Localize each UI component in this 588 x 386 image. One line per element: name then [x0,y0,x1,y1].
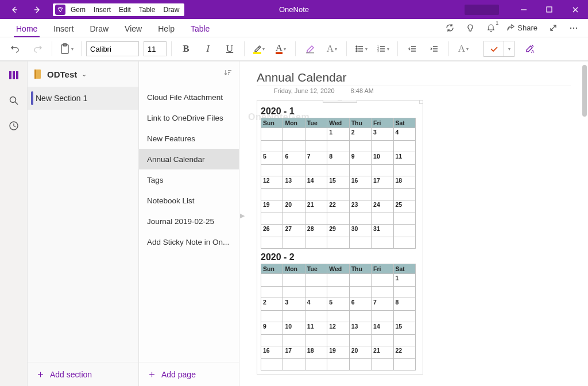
calendar-cell[interactable]: 25 [393,200,415,213]
window-close-button[interactable] [562,0,588,19]
calendar-cell[interactable]: 30 [349,225,371,237]
calendar-cell[interactable]: 24 [372,200,393,213]
calendar-cell[interactable]: 7 [305,152,327,165]
calendar-cell[interactable]: 2 [349,128,371,141]
calendar-cell[interactable]: 4 [393,128,415,141]
calendar-cell-body[interactable] [261,141,283,152]
calendar-cell-body[interactable] [305,213,327,225]
calendar-cell-body[interactable] [372,189,393,200]
calendar-cell-body[interactable] [393,165,415,176]
calendar-cell[interactable]: 14 [305,176,327,189]
calendar-cell[interactable]: 31 [372,225,393,237]
calendar-cell[interactable]: 13 [349,322,371,335]
tab-draw[interactable]: Draw [82,21,117,37]
italic-button[interactable]: I [198,40,218,58]
calendar-cell-body[interactable] [349,165,371,176]
calendar-cell-body[interactable] [261,189,283,200]
user-chip[interactable] [465,5,499,15]
calendar-cell[interactable] [349,274,371,287]
search-icon[interactable] [2,90,25,111]
fullscreen-icon[interactable] [544,20,562,37]
calendar-cell-body[interactable] [349,237,371,249]
gem-menu-edit[interactable]: Edit [115,6,135,14]
calendar-cell-body[interactable] [349,213,371,225]
calendar-cell[interactable]: 8 [393,298,415,311]
calendar-cell-body[interactable] [349,189,371,200]
tab-table[interactable]: Table [183,21,218,37]
font-size-input[interactable] [144,41,167,56]
outdent-button[interactable] [403,40,422,58]
notebooks-icon[interactable] [2,65,25,86]
highlight-button[interactable] [249,40,269,58]
text-effects-button[interactable]: A [322,40,342,58]
calendar-cell-body[interactable] [372,335,393,346]
sort-pages-icon[interactable] [224,68,232,79]
calendar-cell[interactable]: 6 [283,152,305,165]
page-item[interactable]: Notebook List [139,190,239,211]
indent-button[interactable] [424,40,444,58]
tag-dropdown[interactable]: ▾ [504,41,514,57]
calendar-cell-body[interactable] [349,287,371,298]
underline-button[interactable]: U [220,40,239,58]
calendar-cell[interactable]: 12 [327,322,349,335]
bold-button[interactable]: B [176,40,196,58]
calendar-cell[interactable]: 19 [261,200,283,213]
undo-button[interactable] [6,40,25,58]
calendar-cell[interactable] [261,274,283,287]
calendar-cell[interactable]: 20 [349,346,371,359]
calendar-cell-body[interactable] [327,165,349,176]
add-page-button[interactable]: ＋ Add page [139,362,239,386]
calendar-cell[interactable]: 16 [261,346,283,359]
calendar-cell-body[interactable] [327,237,349,249]
calendar-cell[interactable]: 28 [305,225,327,237]
expand-handle-icon[interactable]: ▶ [240,212,245,219]
calendar-cell[interactable]: 4 [305,298,327,311]
calendar-cell[interactable]: 1 [327,128,349,141]
calendar-cell[interactable] [283,274,305,287]
tab-insert[interactable]: Insert [45,21,82,37]
tab-home[interactable]: Home [8,21,45,37]
calendar-cell-body[interactable] [261,311,283,322]
calendar-cell[interactable]: 9 [261,322,283,335]
section-item[interactable]: New Section 1 [28,87,138,110]
calendar-cell-body[interactable] [305,359,327,370]
lightbulb-icon[interactable] [462,20,479,37]
calendar-cell[interactable] [261,128,283,141]
page-item[interactable]: Tags [139,169,239,190]
numbering-button[interactable]: 123 [373,40,393,58]
calendar-cell[interactable]: 11 [305,322,327,335]
page-item[interactable]: Annual Calendar [139,149,239,169]
calendar-cell-body[interactable] [261,287,283,298]
calendar-cell-body[interactable] [327,189,349,200]
page-item[interactable]: Link to OneDrive Files [139,107,239,128]
calendar-cell-body[interactable] [372,237,393,249]
calendar-cell-body[interactable] [327,311,349,322]
calendar-cell-body[interactable] [305,141,327,152]
calendar-cell-body[interactable] [372,287,393,298]
calendar-cell[interactable] [305,274,327,287]
calendar-cell[interactable]: 2 [261,298,283,311]
calendar-cell-body[interactable] [349,335,371,346]
calendar-cell-body[interactable] [372,165,393,176]
calendar-cell-body[interactable] [393,359,415,370]
tab-view[interactable]: View [117,21,150,37]
page-canvas[interactable]: OneNoteGem ▶ Annual Calendar Friday, Jun… [239,61,588,386]
calendar-cell-body[interactable] [393,335,415,346]
calendar-cell-body[interactable] [305,335,327,346]
page-item[interactable]: Add Sticky Note in On... [139,231,239,252]
calendar-cell-body[interactable] [283,237,305,249]
calendar-cell[interactable]: 8 [327,152,349,165]
styles-button[interactable]: A [454,40,473,58]
calendar-cell[interactable] [327,274,349,287]
calendar-cell[interactable]: 7 [372,298,393,311]
window-minimize-button[interactable] [510,0,536,19]
calendar-cell[interactable]: 27 [283,225,305,237]
calendar-cell-body[interactable] [372,213,393,225]
calendar-cell-body[interactable] [327,287,349,298]
calendar-cell-body[interactable] [372,141,393,152]
calendar-cell-body[interactable] [283,213,305,225]
recent-icon[interactable] [2,115,25,136]
calendar-cell-body[interactable] [305,287,327,298]
calendar-cell[interactable]: 5 [261,152,283,165]
calendar-cell[interactable]: 1 [393,274,415,287]
